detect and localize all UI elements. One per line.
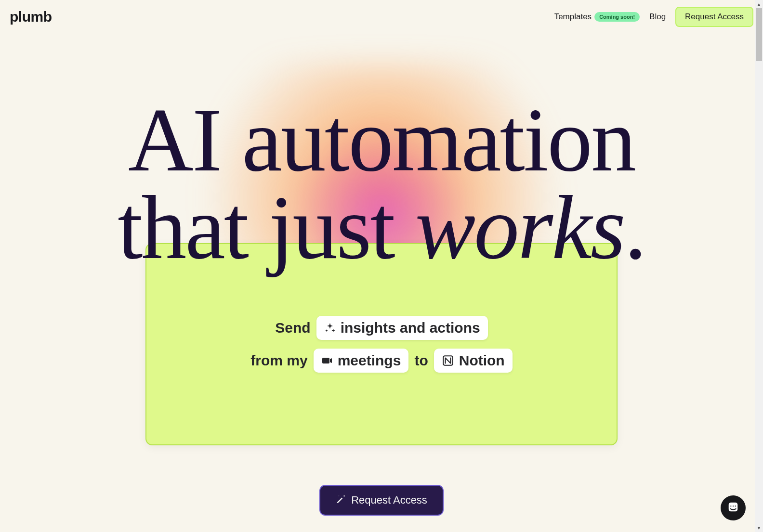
headline-line1: AI automation (128, 90, 635, 190)
headline-emphasis: works (415, 177, 624, 278)
nav-blog[interactable]: Blog (649, 12, 666, 22)
headline: AI automation that just works. (118, 96, 645, 272)
scrollbar-track[interactable] (755, 8, 763, 524)
cta-label: Request Access (351, 494, 427, 506)
brand-name: plumb (10, 9, 52, 25)
wand-icon (336, 494, 345, 506)
hero-section: AI automation that just works. Send insi… (0, 34, 763, 516)
svg-point-4 (735, 506, 736, 506)
notion-icon (442, 354, 454, 367)
request-access-button-header[interactable]: Request Access (675, 7, 753, 27)
chip-meetings[interactable]: meetings (314, 349, 409, 373)
sentence-line2: from my meetings to Notion (250, 349, 512, 373)
intercom-launcher[interactable] (721, 495, 746, 520)
nav-templates-label: Templates (554, 12, 592, 22)
chip-insights-label: insights and actions (341, 320, 480, 336)
sentence-word-send: Send (275, 320, 310, 336)
sentence-line1: Send insights and actions (275, 316, 487, 340)
scrollbar-down-arrow[interactable]: ▼ (755, 524, 763, 532)
sentence-word-frommy: from my (250, 352, 307, 369)
vertical-scrollbar[interactable]: ▲ ▼ (755, 0, 763, 532)
request-access-button-cta[interactable]: Request Access (319, 485, 444, 516)
headline-line2-part2: . (624, 177, 645, 278)
svg-point-3 (733, 506, 734, 506)
chip-notion-label: Notion (459, 352, 505, 369)
chip-meetings-label: meetings (338, 352, 401, 369)
intercom-icon (727, 501, 739, 515)
request-access-label: Request Access (685, 12, 744, 21)
scrollbar-thumb[interactable] (756, 8, 762, 61)
header: plumb Templates Coming soon! Blog Reques… (0, 0, 763, 34)
video-icon (321, 355, 333, 366)
sentence-word-to: to (414, 352, 428, 369)
chip-notion[interactable]: Notion (434, 349, 513, 373)
headline-line2-part1: that just (118, 177, 415, 278)
nav-blog-label: Blog (649, 12, 666, 22)
nav-templates[interactable]: Templates Coming soon! (554, 12, 640, 22)
brand-logo[interactable]: plumb (10, 9, 52, 25)
sparkles-icon (324, 322, 336, 334)
top-nav: Templates Coming soon! Blog Request Acce… (554, 7, 753, 27)
coming-soon-badge: Coming soon! (594, 12, 640, 22)
chip-insights[interactable]: insights and actions (316, 316, 488, 340)
svg-point-2 (730, 506, 731, 506)
svg-rect-1 (729, 503, 738, 512)
scrollbar-up-arrow[interactable]: ▲ (755, 0, 763, 8)
